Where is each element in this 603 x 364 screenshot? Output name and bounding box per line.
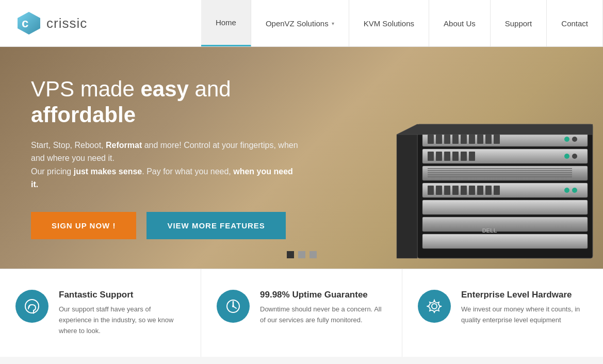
svg-point-52 xyxy=(232,305,234,307)
nav-home[interactable]: Home xyxy=(201,0,251,46)
svg-point-26 xyxy=(564,154,569,159)
navbar: c crissic Home OpenVZ Solutions ▾ KVM So… xyxy=(0,0,603,47)
nav-about[interactable]: About Us xyxy=(429,0,491,46)
server-image: DELL xyxy=(386,73,603,269)
uptime-text: 99.98% Uptime Guarantee Downtime should … xyxy=(260,290,386,326)
carousel-dot-1[interactable] xyxy=(287,251,294,258)
nav-kvm[interactable]: KVM Solutions xyxy=(349,0,429,46)
feature-hardware: Enterprise Level Hardware We invest our … xyxy=(402,269,603,357)
svg-rect-39 xyxy=(477,186,483,195)
svg-rect-13 xyxy=(461,135,467,144)
support-icon-circle xyxy=(15,290,48,323)
svg-rect-21 xyxy=(436,152,442,161)
server-illustration: DELL xyxy=(386,104,603,269)
support-title: Fantastic Support xyxy=(59,290,185,300)
hero-title: VPS made easy and affordable xyxy=(31,76,340,128)
svg-rect-37 xyxy=(461,186,467,195)
features-button[interactable]: VIEW MORE FEATURES xyxy=(146,212,285,239)
svg-marker-45 xyxy=(397,124,417,258)
brand-icon: c xyxy=(15,10,42,37)
svg-rect-17 xyxy=(494,135,500,144)
svg-point-18 xyxy=(564,137,569,142)
svg-point-43 xyxy=(572,188,577,193)
svg-rect-41 xyxy=(494,186,500,195)
carousel-dot-3[interactable] xyxy=(309,251,317,258)
uptime-title: 99.98% Uptime Guarantee xyxy=(260,290,386,300)
svg-rect-4 xyxy=(422,166,588,180)
svg-rect-25 xyxy=(469,152,475,161)
svg-marker-46 xyxy=(397,124,593,135)
svg-rect-15 xyxy=(477,135,483,144)
nav-contact[interactable]: Contact xyxy=(547,0,603,46)
carousel-dot-2[interactable] xyxy=(298,251,305,258)
svg-rect-9 xyxy=(428,135,434,144)
svg-rect-14 xyxy=(469,135,475,144)
nav-items: Home OpenVZ Solutions ▾ KVM Solutions Ab… xyxy=(201,0,603,46)
hardware-icon-circle xyxy=(418,290,451,323)
svg-rect-34 xyxy=(436,186,442,195)
hardware-title: Enterprise Level Hardware xyxy=(461,290,588,300)
signup-button[interactable]: SIGN UP NOW ! xyxy=(31,212,136,239)
svg-rect-8 xyxy=(422,234,588,249)
clock-icon xyxy=(225,299,241,314)
svg-rect-10 xyxy=(436,135,442,144)
dropdown-arrow-openvz: ▾ xyxy=(332,21,334,26)
svg-point-53 xyxy=(432,304,437,309)
uptime-icon-circle xyxy=(217,290,250,323)
brand-logo[interactable]: c crissic xyxy=(0,0,103,46)
svg-point-19 xyxy=(572,137,577,142)
svg-rect-24 xyxy=(461,152,467,161)
hero-buttons: SIGN UP NOW ! VIEW MORE FEATURES xyxy=(31,212,340,239)
hero-content: VPS made easy and affordable Start, Stop… xyxy=(31,76,340,239)
feature-support: Fantastic Support Our support staff have… xyxy=(0,269,201,357)
svg-rect-11 xyxy=(444,135,450,144)
svg-rect-38 xyxy=(469,186,475,195)
brand-name: crissic xyxy=(46,15,87,31)
svg-rect-7 xyxy=(422,217,588,231)
support-icon xyxy=(24,299,40,314)
gear-icon xyxy=(427,299,442,314)
svg-rect-22 xyxy=(444,152,450,161)
svg-point-27 xyxy=(572,154,577,159)
feature-uptime: 99.98% Uptime Guarantee Downtime should … xyxy=(201,269,402,357)
nav-openvz[interactable]: OpenVZ Solutions ▾ xyxy=(251,0,349,46)
svg-rect-35 xyxy=(444,186,450,195)
support-desc: Our support staff have years of experien… xyxy=(59,304,185,336)
svg-rect-6 xyxy=(422,200,588,214)
support-text: Fantastic Support Our support staff have… xyxy=(59,290,185,336)
svg-rect-12 xyxy=(452,135,459,144)
hero-section: VPS made easy and affordable Start, Stop… xyxy=(0,47,603,269)
nav-support[interactable]: Support xyxy=(491,0,547,46)
svg-text:c: c xyxy=(22,16,28,30)
svg-rect-23 xyxy=(452,152,459,161)
svg-point-47 xyxy=(25,300,39,313)
svg-rect-16 xyxy=(485,135,492,144)
carousel-dots xyxy=(287,251,317,258)
hardware-text: Enterprise Level Hardware We invest our … xyxy=(461,290,588,326)
svg-point-48 xyxy=(33,312,35,314)
svg-point-42 xyxy=(564,188,569,193)
hero-subtitle: Start, Stop, Reboot, Reformat and more! … xyxy=(31,139,299,191)
svg-rect-40 xyxy=(485,186,492,195)
uptime-desc: Downtime should never be a concern. All … xyxy=(260,304,386,326)
svg-rect-33 xyxy=(428,186,434,195)
svg-text:DELL: DELL xyxy=(482,227,497,234)
features-section: Fantastic Support Our support staff have… xyxy=(0,269,603,357)
hardware-desc: We invest our money where it counts, in … xyxy=(461,304,588,326)
svg-rect-20 xyxy=(428,152,434,161)
svg-rect-36 xyxy=(452,186,459,195)
